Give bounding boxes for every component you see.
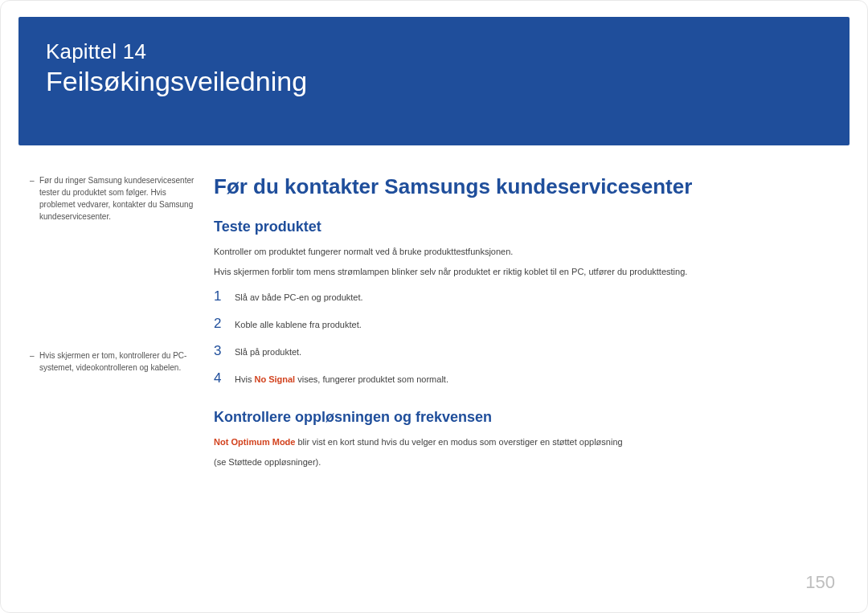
step-list: 1 Slå av både PC-en og produktet. 2 Kobl… <box>214 288 840 386</box>
step-text: Slå på produktet. <box>235 345 301 359</box>
paragraph: (se Støttede oppløsninger). <box>214 456 840 469</box>
side-note: Før du ringer Samsung kundeservicesenter… <box>30 174 194 223</box>
section-heading: Kontrollere oppløsningen og frekvensen <box>214 409 840 426</box>
step-text-suffix: vises, fungerer produktet som normalt. <box>295 374 448 384</box>
step-number: 2 <box>214 316 235 332</box>
step-number: 3 <box>214 343 235 359</box>
paragraph: Not Optimum Mode blir vist en kort stund… <box>214 435 840 449</box>
document-page: Kapittel 14 Feilsøkingsveiledning Før du… <box>0 0 868 613</box>
chapter-title: Feilsøkingsveiledning <box>46 66 822 97</box>
step-item: 4 Hvis No Signal vises, fungerer produkt… <box>214 370 840 386</box>
side-note: Hvis skjermen er tom, kontrollerer du PC… <box>30 349 194 374</box>
step-text: Koble alle kablene fra produktet. <box>235 318 362 332</box>
step-number: 4 <box>214 370 235 386</box>
sidebar-notes: Før du ringer Samsung kundeservicesenter… <box>30 174 194 476</box>
paragraph-text: blir vist en kort stund hvis du velger e… <box>295 437 622 447</box>
step-item: 1 Slå av både PC-en og produktet. <box>214 288 840 304</box>
chapter-banner: Kapittel 14 Feilsøkingsveiledning <box>18 17 850 145</box>
section-heading-main: Før du kontakter Samsungs kundeservicese… <box>214 174 840 199</box>
page-number: 150 <box>805 572 835 593</box>
content-area: Før du ringer Samsung kundeservicesenter… <box>18 174 850 476</box>
step-number: 1 <box>214 288 235 304</box>
step-text: Hvis No Signal vises, fungerer produktet… <box>235 373 448 386</box>
step-text-prefix: Hvis <box>235 374 254 384</box>
step-text: Slå av både PC-en og produktet. <box>235 291 363 304</box>
section-heading: Teste produktet <box>214 219 840 235</box>
chapter-number: Kapittel 14 <box>46 39 822 64</box>
main-column: Før du kontakter Samsungs kundeservicese… <box>194 174 840 476</box>
step-item: 3 Slå på produktet. <box>214 343 840 359</box>
paragraph: Hvis skjermen forblir tom mens strømlamp… <box>214 265 840 279</box>
highlight-text: No Signal <box>254 374 295 384</box>
highlight-text: Not Optimum Mode <box>214 437 295 447</box>
step-item: 2 Koble alle kablene fra produktet. <box>214 316 840 332</box>
paragraph: Kontroller om produktet fungerer normalt… <box>214 245 840 259</box>
